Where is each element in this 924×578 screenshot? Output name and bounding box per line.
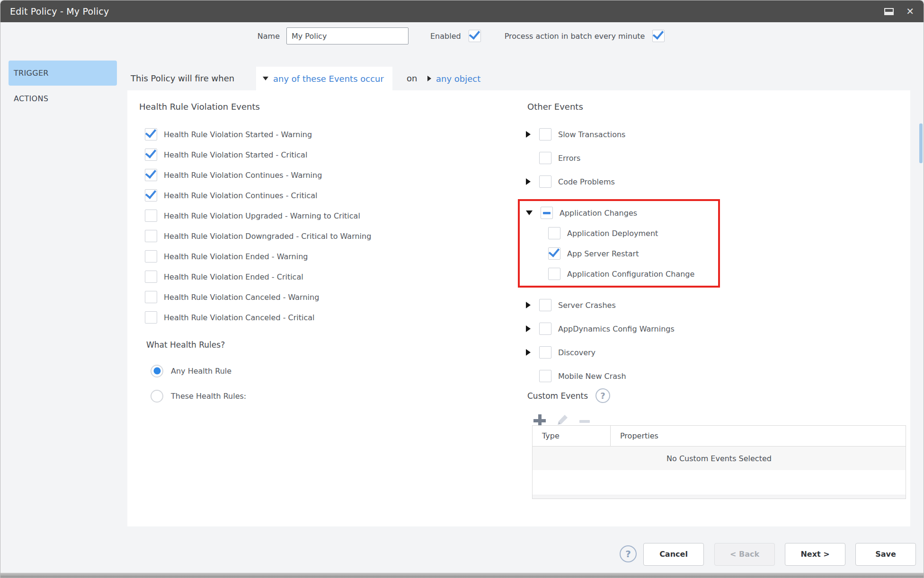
next-button[interactable]: Next > xyxy=(785,543,845,566)
health-event-row: Health Rule Violation Downgraded - Criti… xyxy=(145,230,371,242)
expand-arrow-icon[interactable] xyxy=(526,302,531,308)
radio-row-any-health-rule[interactable]: Any Health Rule xyxy=(151,364,246,378)
checkbox[interactable] xyxy=(539,299,551,311)
checkbox-label[interactable]: Application Configuration Change xyxy=(567,270,694,279)
checkbox-label[interactable]: Health Rule Violation Upgraded - Warning… xyxy=(164,211,360,220)
checkbox-label[interactable]: App Server Restart xyxy=(567,249,639,258)
checkbox[interactable] xyxy=(145,169,157,181)
object-dropdown[interactable]: any object xyxy=(427,67,480,90)
checkbox[interactable] xyxy=(145,271,157,283)
on-label: on xyxy=(407,67,417,90)
highlight-box: Application ChangesApplication Deploymen… xyxy=(518,199,720,288)
checkbox[interactable] xyxy=(145,311,157,324)
column-header-properties: Properties xyxy=(611,431,658,440)
checkbox-label[interactable]: Health Rule Violation Canceled - Warning xyxy=(164,293,319,302)
policy-fire-condition-row: This Policy will fire when any of these … xyxy=(0,67,924,90)
checkbox[interactable] xyxy=(145,149,157,161)
checkbox[interactable] xyxy=(145,189,157,201)
checkbox-label[interactable]: Health Rule Violation Started - Warning xyxy=(164,130,312,139)
health-event-row: Health Rule Violation Canceled - Warning xyxy=(145,291,371,303)
batch-process-checkbox[interactable] xyxy=(652,30,665,42)
checkbox[interactable] xyxy=(539,175,551,188)
expand-arrow-icon[interactable] xyxy=(526,131,531,138)
what-health-rules-title: What Health Rules? xyxy=(146,340,225,350)
column-header-type: Type xyxy=(533,426,611,446)
health-event-row: Health Rule Violation Upgraded - Warning… xyxy=(145,210,371,222)
radio-these-health-rules[interactable] xyxy=(151,390,163,403)
checkbox-label[interactable]: Health Rule Violation Continues - Critic… xyxy=(164,191,318,200)
checkbox-label[interactable]: Mobile New Crash xyxy=(558,372,626,381)
checkbox-label[interactable]: Health Rule Violation Ended - Warning xyxy=(164,252,308,261)
checkbox-label[interactable]: Slow Transactions xyxy=(558,130,625,139)
radio-any-health-rule[interactable] xyxy=(151,365,163,377)
chevron-right-icon xyxy=(427,76,431,81)
policy-settings-form: Name Enabled Process action in batch eve… xyxy=(251,27,665,44)
checkbox-label[interactable]: Server Crashes xyxy=(558,301,616,310)
checkbox[interactable] xyxy=(539,323,551,335)
other-event-row: AppDynamics Config Warnings xyxy=(518,323,726,335)
checkbox-label[interactable]: Application Changes xyxy=(560,209,637,218)
checkbox-label[interactable]: Code Problems xyxy=(558,177,615,186)
checkbox[interactable] xyxy=(548,268,560,280)
radio-label[interactable]: Any Health Rule xyxy=(171,367,231,376)
edit-custom-event-icon[interactable] xyxy=(556,414,569,427)
checkbox[interactable] xyxy=(548,227,560,239)
scrollbar-thumb[interactable] xyxy=(919,123,923,163)
other-event-row: Application Configuration Change xyxy=(520,268,718,280)
checkbox-label[interactable]: Health Rule Violation Canceled - Critica… xyxy=(164,313,314,322)
health-event-row: Health Rule Violation Ended - Critical xyxy=(145,271,371,283)
checkbox[interactable] xyxy=(145,210,157,222)
checkbox[interactable] xyxy=(539,370,551,382)
checkbox[interactable] xyxy=(145,291,157,303)
radio-row-these-health-rules[interactable]: These Health Rules: xyxy=(151,389,246,403)
checkbox[interactable] xyxy=(145,128,157,140)
remove-custom-event-icon[interactable] xyxy=(579,420,590,423)
expand-arrow-icon[interactable] xyxy=(526,325,531,332)
back-button[interactable]: < Back xyxy=(714,543,775,566)
event-group: AppDynamics Config Warnings xyxy=(518,323,726,335)
collapse-arrow-icon[interactable] xyxy=(526,210,533,215)
checkbox-label[interactable]: AppDynamics Config Warnings xyxy=(558,324,675,333)
other-event-row: App Server Restart xyxy=(520,247,718,260)
radio-label[interactable]: These Health Rules: xyxy=(171,392,246,401)
event-group: Server Crashes xyxy=(518,299,726,311)
checkbox-label[interactable]: Health Rule Violation Started - Critical xyxy=(164,150,307,159)
dialog-title: Edit Policy - My Policy xyxy=(10,6,109,17)
checkbox[interactable] xyxy=(541,207,553,219)
cancel-button[interactable]: Cancel xyxy=(643,543,704,566)
event-group: Code Problems xyxy=(518,175,726,188)
custom-events-toolbar xyxy=(533,414,590,427)
health-events-title: Health Rule Violation Events xyxy=(139,102,260,112)
checkbox-label[interactable]: Health Rule Violation Ended - Critical xyxy=(164,272,303,281)
other-events-title: Other Events xyxy=(527,102,583,112)
checkbox-label[interactable]: Discovery xyxy=(558,348,595,357)
checkbox[interactable] xyxy=(548,247,560,260)
health-event-row: Health Rule Violation Canceled - Critica… xyxy=(145,311,371,324)
save-button[interactable]: Save xyxy=(855,543,916,566)
custom-events-help-icon[interactable]: ? xyxy=(595,388,610,403)
maximize-icon[interactable] xyxy=(884,8,894,15)
policy-name-input[interactable] xyxy=(286,27,409,44)
checkbox[interactable] xyxy=(539,152,551,164)
checkbox-label[interactable]: Health Rule Violation Downgraded - Criti… xyxy=(164,232,371,241)
events-occur-label: any of these Events occur xyxy=(273,74,384,84)
checkbox[interactable] xyxy=(145,250,157,263)
dialog-help-icon[interactable]: ? xyxy=(620,545,637,562)
expand-arrow-icon[interactable] xyxy=(526,178,531,185)
checkbox[interactable] xyxy=(539,128,551,140)
trigger-panel: Health Rule Violation Events Health Rule… xyxy=(127,90,910,526)
checkbox[interactable] xyxy=(539,346,551,359)
close-icon[interactable]: ✕ xyxy=(906,7,914,16)
event-group: Slow Transactions xyxy=(518,128,726,140)
chevron-down-icon xyxy=(263,77,268,80)
checkbox-label[interactable]: Health Rule Violation Continues - Warnin… xyxy=(164,171,322,180)
checkbox[interactable] xyxy=(145,230,157,242)
events-occur-dropdown[interactable]: any of these Events occur xyxy=(256,67,392,90)
enabled-checkbox[interactable] xyxy=(469,30,481,42)
expand-arrow-icon[interactable] xyxy=(526,349,531,356)
sidebar-item-actions[interactable]: ACTIONS xyxy=(9,89,117,108)
checkbox-label[interactable]: Application Deployment xyxy=(567,229,658,238)
health-event-row: Health Rule Violation Started - Critical xyxy=(145,149,371,161)
checkbox-label[interactable]: Errors xyxy=(558,154,580,163)
add-custom-event-icon[interactable] xyxy=(533,414,546,427)
